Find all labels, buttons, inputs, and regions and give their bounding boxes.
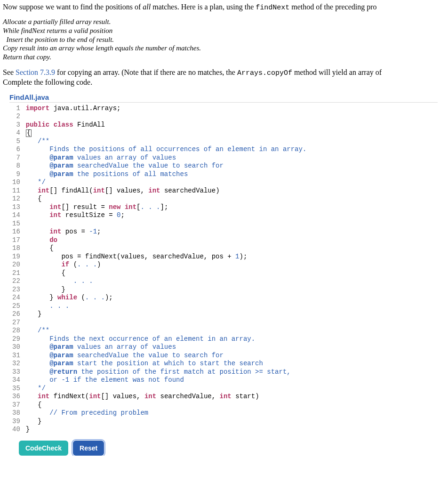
see-mid: for copying an array. (Note that if ther…	[55, 68, 237, 76]
code-filename: FindAll.java	[9, 93, 448, 101]
complete-text: Complete the following code.	[3, 78, 448, 87]
see-prefix: See	[3, 68, 16, 76]
pseudocode-block: Allocate a partially filled array result…	[3, 17, 448, 62]
intro-emph: all	[143, 3, 151, 11]
codecheck-button[interactable]: CodeCheck	[19, 441, 68, 456]
see-suffix: method will yield an array of	[292, 68, 382, 76]
section-link[interactable]: Section 7.3.9	[16, 68, 55, 76]
intro-prefix: Now suppose we want to find the position…	[3, 3, 143, 11]
see-text: See Section 7.3.9 for copying an array. …	[3, 68, 448, 77]
line-numbers: 1 2 3 4 5 6 7 8 9 10 11 12 13 14 15 16 1…	[9, 103, 24, 436]
cursor: {	[26, 129, 32, 137]
intro-mid: matches. Here is a plan, using the	[151, 3, 256, 11]
code-content[interactable]: import java.util.Arrays; public class Fi…	[24, 103, 307, 436]
intro-suffix: method of the preceding pro	[289, 3, 376, 11]
reset-button[interactable]: Reset	[73, 441, 104, 456]
intro-text: Now suppose we want to find the position…	[3, 3, 448, 12]
code-editor[interactable]: 1 2 3 4 5 6 7 8 9 10 11 12 13 14 15 16 1…	[9, 102, 438, 436]
button-row: CodeCheck Reset	[19, 441, 448, 456]
intro-code: findNext	[256, 4, 289, 12]
see-code: Arrays.copyOf	[237, 69, 292, 77]
